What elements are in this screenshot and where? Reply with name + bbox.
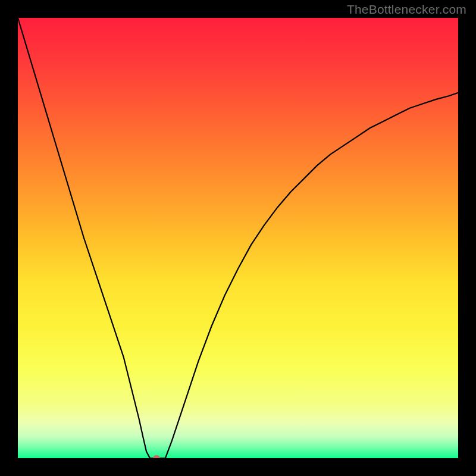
bottleneck-curve [18,18,458,458]
chart-frame: TheBottlenecker.com [0,0,476,476]
curve-path [18,18,458,458]
plot-area [18,18,458,458]
watermark-text: TheBottlenecker.com [347,2,466,17]
optimum-marker [153,455,160,458]
